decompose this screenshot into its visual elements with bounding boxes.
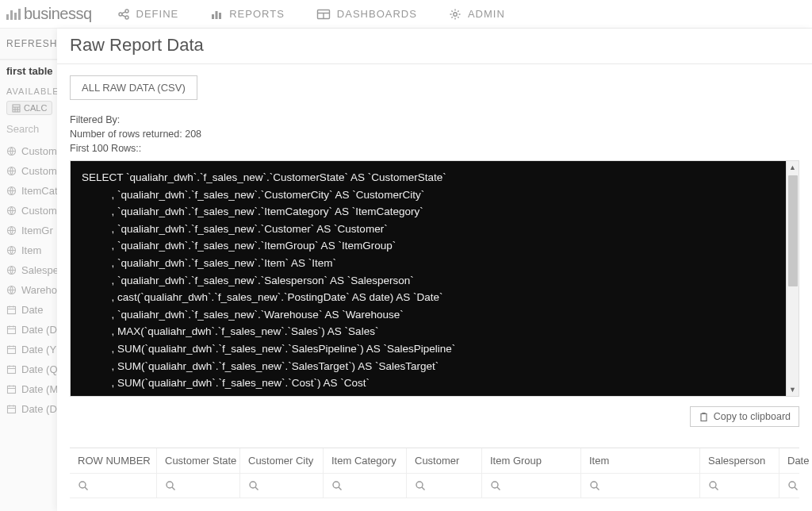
left-sidebar: REFRESH first table AVAILABLE CALC Searc… bbox=[0, 29, 60, 511]
sidebar-field-item[interactable]: Date bbox=[0, 300, 60, 320]
nav-define[interactable]: DEFINE bbox=[113, 3, 198, 25]
svg-rect-4 bbox=[216, 11, 218, 19]
svg-rect-17 bbox=[8, 307, 16, 314]
globe-icon bbox=[6, 166, 17, 176]
svg-rect-18 bbox=[8, 327, 16, 334]
column-filter[interactable] bbox=[324, 474, 407, 498]
sidebar-field-list: CustomCustomItemCatCustomItemGrItemSales… bbox=[0, 140, 60, 421]
svg-point-0 bbox=[119, 13, 122, 16]
column-filter[interactable] bbox=[581, 474, 700, 498]
search-icon bbox=[331, 480, 343, 491]
svg-rect-3 bbox=[212, 14, 214, 19]
sidebar-search[interactable]: Search bbox=[0, 118, 60, 140]
filtered-by-label: Filtered By: bbox=[70, 114, 799, 125]
sidebar-field-item[interactable]: Date (D bbox=[0, 399, 60, 419]
sidebar-field-item[interactable]: Custom bbox=[0, 141, 60, 161]
globe-icon bbox=[6, 245, 17, 256]
app-logo[interactable]: businessq bbox=[6, 5, 92, 23]
column-header[interactable]: Customer State bbox=[157, 448, 240, 473]
svg-point-7 bbox=[454, 12, 457, 15]
svg-point-29 bbox=[492, 482, 498, 488]
sql-box-container: SELECT `qualiahr_dwh`.`f_sales_new`.`Cus… bbox=[70, 160, 799, 397]
search-icon bbox=[708, 480, 719, 491]
svg-point-32 bbox=[789, 482, 795, 488]
modal-title: Raw Report Data bbox=[57, 29, 812, 64]
svg-point-25 bbox=[167, 482, 173, 488]
sql-scrollbar[interactable]: ▲ ▼ bbox=[786, 161, 799, 396]
svg-point-31 bbox=[710, 482, 716, 488]
sidebar-field-item[interactable]: Item bbox=[0, 240, 60, 260]
calendar-icon bbox=[6, 364, 17, 375]
copy-to-clipboard-button[interactable]: Copy to clipboard bbox=[690, 406, 799, 427]
globe-icon bbox=[6, 285, 17, 295]
svg-rect-5 bbox=[219, 13, 221, 19]
sidebar-field-item[interactable]: Date (Q bbox=[0, 359, 60, 379]
column-header[interactable]: Customer bbox=[407, 448, 482, 473]
search-icon bbox=[490, 480, 501, 491]
nav-admin[interactable]: ADMIN bbox=[444, 3, 524, 25]
column-filter[interactable] bbox=[157, 474, 240, 498]
nav-reports[interactable]: REPORTS bbox=[205, 3, 304, 25]
column-header[interactable]: Item bbox=[581, 448, 700, 473]
calc-button[interactable]: CALC bbox=[6, 101, 52, 115]
sidebar-field-item[interactable]: ItemGr bbox=[0, 221, 60, 240]
calendar-icon bbox=[6, 305, 17, 315]
calendar-icon bbox=[6, 325, 17, 335]
globe-icon bbox=[6, 146, 17, 156]
sidebar-field-item[interactable]: Warehou bbox=[0, 280, 60, 300]
column-filter[interactable] bbox=[70, 474, 157, 498]
svg-point-28 bbox=[416, 482, 423, 488]
column-filter[interactable] bbox=[700, 474, 779, 498]
main-nav: DEFINE REPORTS DASHBOARDS ADMIN bbox=[113, 3, 524, 25]
calendar-icon bbox=[6, 344, 17, 355]
search-icon bbox=[165, 480, 176, 491]
refresh-button[interactable]: REFRESH bbox=[0, 29, 60, 60]
column-header[interactable]: Date bbox=[779, 448, 812, 473]
svg-point-27 bbox=[333, 482, 339, 488]
sidebar-field-item[interactable]: Custom bbox=[0, 161, 60, 181]
panel-title: first table bbox=[0, 60, 60, 82]
column-header[interactable]: Item Category bbox=[324, 448, 407, 473]
logo-text: businessq bbox=[24, 5, 92, 23]
globe-icon bbox=[6, 206, 17, 216]
nav-dashboards[interactable]: DASHBOARDS bbox=[312, 3, 436, 25]
column-header[interactable]: Item Group bbox=[482, 448, 581, 473]
svg-point-24 bbox=[79, 482, 86, 488]
column-filter[interactable] bbox=[482, 474, 581, 498]
sidebar-field-item[interactable]: Custom bbox=[0, 201, 60, 221]
svg-rect-22 bbox=[8, 406, 16, 413]
svg-rect-8 bbox=[13, 105, 20, 112]
logo-bars-icon bbox=[6, 9, 21, 20]
sidebar-field-item[interactable]: Date (Y bbox=[0, 340, 60, 359]
globe-icon bbox=[6, 186, 17, 196]
scroll-up-arrow-icon[interactable]: ▲ bbox=[787, 161, 799, 174]
all-raw-data-csv-button[interactable]: ALL RAW DATA (CSV) bbox=[70, 75, 197, 100]
scroll-down-arrow-icon[interactable]: ▼ bbox=[787, 383, 799, 396]
column-header[interactable]: ROW NUMBER bbox=[70, 448, 157, 473]
sidebar-field-item[interactable]: Salespe bbox=[0, 260, 60, 280]
calculator-icon bbox=[12, 104, 21, 113]
globe-icon bbox=[6, 225, 17, 236]
search-icon bbox=[787, 480, 799, 491]
column-header[interactable]: Salesperson bbox=[700, 448, 779, 473]
modal-body: ALL RAW DATA (CSV) Filtered By: Number o… bbox=[57, 64, 812, 511]
sidebar-field-item[interactable]: Date (D bbox=[0, 320, 60, 340]
gear-icon bbox=[449, 8, 462, 21]
sql-query-box[interactable]: SELECT `qualiahr_dwh`.`f_sales_new`.`Cus… bbox=[70, 160, 799, 397]
available-label: AVAILABLE bbox=[0, 82, 60, 98]
calendar-icon bbox=[6, 404, 17, 414]
column-filter[interactable] bbox=[407, 474, 482, 498]
search-icon bbox=[415, 480, 426, 491]
column-filter[interactable] bbox=[240, 474, 324, 498]
sidebar-field-item[interactable]: ItemCat bbox=[0, 181, 60, 201]
sidebar-field-item[interactable]: Date (M bbox=[0, 379, 60, 399]
svg-rect-20 bbox=[8, 367, 16, 374]
dashboard-icon bbox=[316, 8, 331, 21]
scroll-thumb[interactable] bbox=[788, 175, 798, 286]
data-grid: ROW NUMBERCustomer StateCustomer CityIte… bbox=[70, 448, 799, 498]
column-filter[interactable] bbox=[779, 474, 812, 498]
svg-rect-21 bbox=[8, 386, 16, 394]
column-header[interactable]: Customer City bbox=[240, 448, 324, 473]
svg-rect-19 bbox=[8, 347, 16, 354]
globe-icon bbox=[6, 265, 17, 275]
